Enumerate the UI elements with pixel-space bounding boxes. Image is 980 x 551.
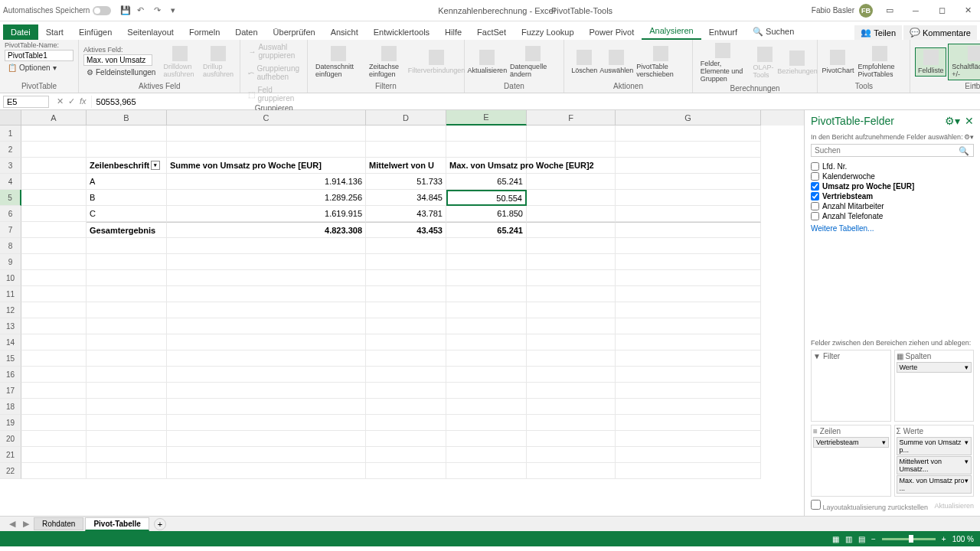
tab-review[interactable]: Überprüfen: [266, 24, 323, 40]
cell[interactable]: [527, 318, 616, 334]
cell[interactable]: [87, 447, 167, 463]
cell[interactable]: Summe von Umsatz pro Woche [EUR]: [167, 158, 366, 174]
pane-layout-icon[interactable]: ⚙▾: [964, 133, 974, 141]
cell[interactable]: 4.823.308: [167, 222, 366, 238]
refresh-button[interactable]: Aktualisieren: [469, 48, 505, 76]
cell[interactable]: [87, 334, 167, 350]
qat-more-icon[interactable]: ▾: [171, 5, 181, 16]
cell[interactable]: [616, 158, 761, 174]
share-button[interactable]: 👥 Teilen: [854, 25, 902, 40]
tab-analyze[interactable]: Analysieren: [642, 23, 701, 40]
cell[interactable]: [527, 399, 616, 415]
cell[interactable]: [616, 142, 761, 158]
cell[interactable]: [446, 318, 527, 334]
cell[interactable]: [87, 415, 167, 431]
cell[interactable]: [366, 350, 446, 367]
col-header[interactable]: D: [366, 110, 446, 126]
cell[interactable]: [21, 367, 87, 383]
row-header[interactable]: 1: [0, 126, 21, 142]
cell[interactable]: 43.781: [366, 206, 446, 222]
cell[interactable]: [616, 286, 761, 302]
cell[interactable]: [167, 367, 366, 383]
cell[interactable]: [366, 302, 446, 318]
cell[interactable]: [167, 142, 366, 158]
cell[interactable]: [616, 206, 761, 222]
row-header[interactable]: 3: [0, 158, 21, 174]
cell[interactable]: [446, 238, 527, 254]
col-header[interactable]: E: [446, 110, 527, 126]
tab-factset[interactable]: FactSet: [469, 24, 514, 40]
sheet-tab-rohdaten[interactable]: Rohdaten: [34, 517, 83, 530]
cell[interactable]: [366, 270, 446, 286]
cell[interactable]: [616, 383, 761, 399]
cell[interactable]: [616, 350, 761, 367]
value-item[interactable]: Max. von Umsatz pro ...▾: [897, 475, 972, 494]
zoom-value[interactable]: 100 %: [952, 535, 974, 543]
sheet-next-icon[interactable]: ▶: [20, 519, 32, 529]
cell[interactable]: [446, 302, 527, 318]
cell[interactable]: [87, 254, 167, 270]
cell[interactable]: [167, 238, 366, 254]
tab-design[interactable]: Entwurf: [701, 24, 745, 40]
cell[interactable]: [446, 367, 527, 383]
cell[interactable]: [167, 350, 366, 367]
cell[interactable]: [21, 190, 87, 206]
cell[interactable]: [21, 126, 87, 142]
row-header[interactable]: 8: [0, 238, 21, 254]
view-normal-icon[interactable]: ▦: [832, 535, 839, 543]
cell[interactable]: [616, 334, 761, 350]
cell[interactable]: [87, 142, 167, 158]
cell[interactable]: [21, 447, 87, 463]
ribbon-mode-icon[interactable]: ▭: [880, 3, 899, 18]
view-pagebreak-icon[interactable]: ▤: [858, 535, 865, 543]
cell[interactable]: [21, 350, 87, 367]
cell[interactable]: [616, 190, 761, 206]
cell[interactable]: [527, 238, 616, 254]
cell[interactable]: [616, 238, 761, 254]
avatar[interactable]: FB: [859, 4, 873, 18]
row-header[interactable]: 18: [0, 399, 21, 415]
comments-button[interactable]: 💬 Kommentare: [903, 25, 977, 40]
column-item[interactable]: Werte▾: [897, 362, 972, 373]
row-header[interactable]: 11: [0, 286, 21, 302]
cell[interactable]: [446, 254, 527, 270]
cell[interactable]: [446, 126, 527, 142]
cell[interactable]: [167, 286, 366, 302]
cell[interactable]: [616, 302, 761, 318]
cell[interactable]: [527, 447, 616, 463]
cell[interactable]: [616, 222, 761, 238]
cell[interactable]: 43.453: [366, 222, 446, 238]
field-search-input[interactable]: [811, 144, 974, 157]
row-header[interactable]: 15: [0, 350, 21, 367]
cell[interactable]: [527, 415, 616, 431]
active-field-input[interactable]: [83, 54, 152, 66]
cell[interactable]: 51.733: [366, 174, 446, 190]
cell[interactable]: [21, 302, 87, 318]
cell[interactable]: [366, 318, 446, 334]
cell[interactable]: [87, 126, 167, 142]
cell[interactable]: [21, 431, 87, 447]
cell[interactable]: [21, 254, 87, 270]
field-settings-button[interactable]: ⚙ Feldeinstellungen: [83, 67, 158, 78]
cell[interactable]: [167, 399, 366, 415]
cell[interactable]: [527, 270, 616, 286]
cell[interactable]: [616, 318, 761, 334]
row-header[interactable]: 4: [0, 174, 21, 190]
cell[interactable]: Mittelwert von U: [366, 158, 446, 174]
filter-dropdown-icon[interactable]: ▾: [151, 161, 160, 170]
cell[interactable]: [87, 463, 167, 479]
row-header[interactable]: 14: [0, 334, 21, 350]
name-box[interactable]: [3, 96, 49, 108]
cell[interactable]: [527, 302, 616, 318]
cell[interactable]: [446, 350, 527, 367]
cell[interactable]: [616, 254, 761, 270]
tab-fuzzy[interactable]: Fuzzy Lookup: [514, 24, 581, 40]
cell[interactable]: [527, 367, 616, 383]
field-checkbox-item[interactable]: Umsatz pro Woche [EUR]: [811, 181, 974, 191]
cell[interactable]: [527, 254, 616, 270]
cell[interactable]: [446, 286, 527, 302]
cell[interactable]: [527, 142, 616, 158]
cell[interactable]: [87, 383, 167, 399]
row-header[interactable]: 5: [0, 190, 21, 206]
add-sheet-button[interactable]: +: [154, 518, 166, 530]
